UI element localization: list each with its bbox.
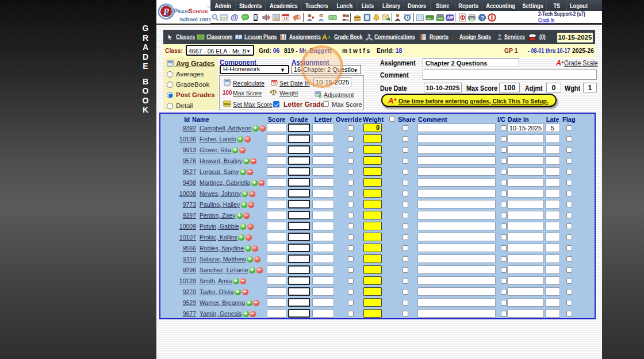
svg-text:School 1001: School 1001 bbox=[179, 16, 210, 22]
svg-text:12: 12 bbox=[273, 82, 276, 85]
svg-text:PRAXISCHOOL: PRAXISCHOOL bbox=[174, 8, 209, 14]
svg-text:+: + bbox=[320, 95, 321, 98]
svg-text:Max: Max bbox=[224, 102, 231, 106]
svg-text:?: ? bbox=[481, 14, 484, 21]
svg-text:12: 12 bbox=[283, 17, 288, 21]
svg-text:@: @ bbox=[230, 13, 238, 22]
svg-text:TM: TM bbox=[207, 6, 210, 9]
svg-text:A/P: A/P bbox=[447, 16, 454, 20]
svg-text:S: S bbox=[165, 10, 170, 18]
